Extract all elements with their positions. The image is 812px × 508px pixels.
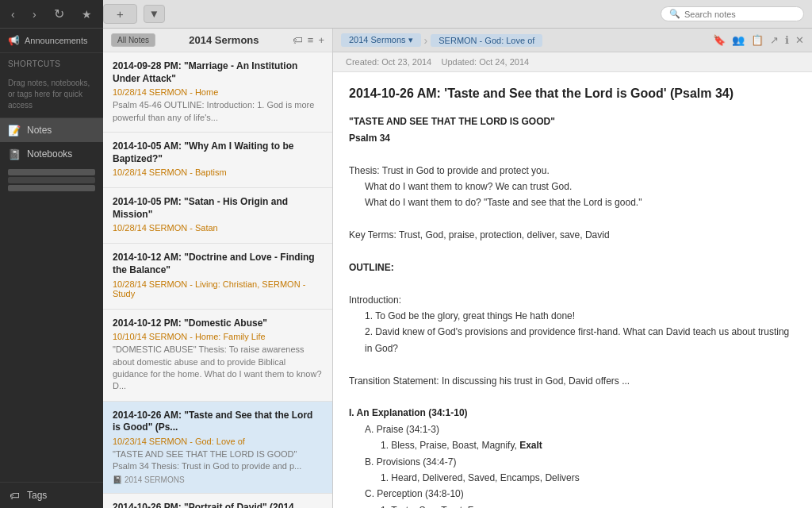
note-title: 2014-10-26 AM: "Taste and See that the L… [113, 410, 323, 434]
notebook-sub-3[interactable] [8, 185, 95, 191]
list-view-button[interactable]: ≡ [308, 34, 314, 46]
list-item[interactable]: 2014-10-05 PM: "Satan - His Origin and M… [103, 188, 332, 244]
section-ib: B. Provisions (34:4-7) [349, 454, 796, 470]
notebook-sub-1[interactable] [8, 169, 95, 175]
note-title: 2014-09-28 PM: "Marriage - An Institutio… [113, 60, 323, 85]
add-note-button[interactable]: + [103, 4, 137, 24]
notebook-sub-2[interactable] [8, 177, 95, 183]
tab-divider: › [424, 34, 428, 47]
thesis-detail-1: What do I want them to know? We can trus… [349, 179, 796, 194]
thesis-detail-2: What do I want them to do? "Taste and se… [349, 194, 796, 210]
search-input[interactable] [684, 10, 795, 19]
section-i-header: I. An Explanation (34:1-10) [349, 407, 468, 418]
thesis-line: Thesis: Trust in God to provide and prot… [349, 163, 796, 179]
bold-header: "TASTE AND SEE THAT THE LORD IS GOOD" [349, 116, 555, 127]
note-tag: 10/28/14 SERMON - Satan [113, 223, 323, 233]
note-preview: "DOMESTIC ABUSE" Thesis: To raise awaren… [113, 344, 323, 393]
add-note-list-button[interactable]: + [318, 34, 324, 46]
note-main-title: 2014-10-26 AM: 'Taste and See that the L… [349, 85, 796, 102]
list-item[interactable]: 2014-10-12 AM: "Doctrine and Love - Find… [103, 244, 332, 309]
share-user-icon-btn[interactable]: 👥 [732, 34, 745, 46]
notebooks-label: Notebooks [27, 148, 72, 160]
transition-statement: Transition Statement: In discussing his … [349, 373, 796, 389]
shortcuts-label: SHORTCUTS [0, 53, 103, 71]
sidebar-announcements[interactable]: 📢 Announcements [0, 29, 103, 53]
intro-item-2: 2. David knew of God's provisions and pr… [349, 324, 796, 356]
tab-sermon[interactable]: SERMON - God: Love of [431, 34, 542, 47]
notes-list-header: All Notes 2014 Sermons 🏷 ≡ + [103, 29, 332, 52]
tags-label: Tags [27, 490, 47, 501]
copy-icon-btn[interactable]: 📋 [751, 34, 764, 46]
all-notes-button[interactable]: All Notes [111, 33, 155, 47]
export-icon-btn[interactable]: ↗ [770, 34, 779, 46]
sidebar-item-notes[interactable]: 📝 Notes [0, 118, 103, 142]
intro-item-1: 1. To God be the glory, great things He … [349, 308, 796, 324]
sidebar: ‹ › ↻ ★ 📢 Announcements SHORTCUTS Drag n… [0, 0, 103, 508]
notes-list-body: 2014-09-28 PM: "Marriage - An Institutio… [103, 52, 332, 508]
nav-forward-button[interactable]: › [29, 8, 40, 21]
tab-notebook[interactable]: 2014 Sermons ▾ [341, 33, 421, 47]
announcements-label: Announcements [25, 36, 88, 45]
note-title: 2014-10-12 PM: "Domestic Abuse" [113, 318, 323, 330]
intro-header: Introduction: [349, 292, 796, 308]
section-ia: A. Praise (34:1-3) [349, 421, 796, 437]
note-title: 2014-10-12 AM: "Doctrine and Love - Find… [113, 252, 323, 276]
nav-back-button[interactable]: ‹ [8, 8, 18, 21]
info-icon-btn[interactable]: ℹ [785, 34, 789, 46]
notes-icon: 📝 [8, 124, 21, 137]
sync-button[interactable]: ↻ [51, 6, 67, 21]
created-date: Created: Oct 23, 2014 [346, 57, 431, 67]
main-content-area: 2014 Sermons ▾ › SERMON - God: Love of 🔖… [333, 29, 812, 508]
outline-label: OUTLINE: [349, 262, 394, 273]
tag-filter-button[interactable]: 🏷 [293, 34, 303, 46]
note-tag: 10/28/14 SERMON - Baptism [113, 167, 323, 177]
section-ic-1: 1. Taste, See, Trust, Fear [349, 502, 796, 508]
announcements-icon: 📢 [8, 35, 20, 46]
star-button[interactable]: ★ [79, 8, 95, 21]
section-ic: C. Perception (34:8-10) [349, 486, 796, 502]
note-content-section: "TASTE AND SEE THAT THE LORD IS GOOD" Ps… [349, 114, 796, 508]
content-tab-icons: 🔖 👥 📋 ↗ ℹ ✕ [713, 34, 804, 46]
list-item[interactable]: 2014-09-28 PM: "Marriage - An Institutio… [103, 52, 332, 133]
note-title: 2014-10-05 AM: "Why Am I Waiting to be B… [113, 140, 323, 165]
note-tag: 10/10/14 SERMON - Home: Family Life [113, 332, 323, 341]
note-body: 2014-10-26 AM: 'Taste and See that the L… [333, 72, 812, 508]
notes-list-title: 2014 Sermons [159, 34, 289, 46]
note-title: 2014-10-05 PM: "Satan - His Origin and M… [113, 196, 323, 221]
note-preview: Psalm 45-46 OUTLINE: Introduction: 1. Go… [113, 99, 323, 124]
add-icon: + [117, 7, 124, 21]
psalm-subheader: Psalm 34 [349, 133, 390, 144]
note-tag: 10/28/14 SERMON - Home [113, 87, 323, 97]
shortcuts-area: Drag notes, notebooks, or tags here for … [0, 71, 103, 118]
list-item[interactable]: 2014-10-26 PM: "Portrait of David" (2014… [103, 494, 332, 508]
notebooks-icon: 📓 [8, 148, 21, 160]
note-title: 2014-10-26 PM: "Portrait of David" (2014… [113, 502, 323, 508]
search-container: 🔍 [661, 6, 804, 21]
content-tabs-bar: 2014 Sermons ▾ › SERMON - God: Love of 🔖… [333, 29, 812, 52]
sidebar-item-tags[interactable]: 🏷 Tags [0, 483, 103, 508]
tags-icon: 🏷 [8, 489, 21, 502]
sidebar-top-nav: ‹ › ↻ ★ [0, 0, 103, 29]
search-icon: 🔍 [669, 9, 680, 19]
notes-list-icons: 🏷 ≡ + [293, 34, 324, 46]
notebooks-sub [0, 166, 103, 194]
close-icon-btn[interactable]: ✕ [795, 34, 804, 46]
key-terms: Key Terms: Trust, God, praise, protectio… [349, 227, 796, 243]
list-item[interactable]: 2014-10-26 AM: "Taste and See that the L… [103, 402, 332, 494]
sidebar-item-notebooks[interactable]: 📓 Notebooks [0, 142, 103, 166]
notes-label: Notes [27, 125, 52, 136]
section-ib-1: 1. Heard, Delivered, Saved, Encamps, Del… [349, 470, 796, 486]
badge-icon: 📓 [113, 475, 122, 484]
tags-section: 🏷 Tags [0, 482, 103, 508]
section-ia-1: 1. Bless, Praise, Boast, Magnify, Exalt [349, 437, 796, 453]
note-badge: 📓 2014 SERMONS [113, 475, 185, 484]
add-dropdown-button[interactable]: ▼ [144, 5, 165, 23]
badge-label: 2014 SERMONS [124, 475, 185, 484]
note-tag: 10/23/14 SERMON - God: Love of [113, 437, 323, 446]
list-item[interactable]: 2014-10-12 PM: "Domestic Abuse" 10/10/14… [103, 310, 332, 402]
updated-date: Updated: Oct 24, 2014 [441, 57, 529, 67]
notes-list-panel: All Notes 2014 Sermons 🏷 ≡ + 2014-09-28 … [103, 29, 333, 508]
list-item[interactable]: 2014-10-05 AM: "Why Am I Waiting to be B… [103, 133, 332, 188]
note-tag: 10/28/14 SERMON - Living: Christian, SER… [113, 279, 323, 298]
bookmark-icon-btn[interactable]: 🔖 [713, 34, 726, 46]
